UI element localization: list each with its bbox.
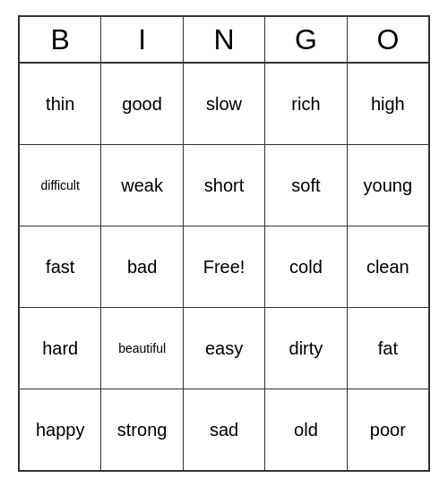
header-cell-o: O: [348, 17, 428, 62]
bingo-cell-4-0: happy: [20, 389, 101, 470]
bingo-cell-2-0: fast: [20, 226, 101, 307]
bingo-cell-0-1: good: [101, 64, 183, 144]
bingo-cell-1-4: young: [348, 145, 428, 226]
header-cell-b: B: [20, 17, 101, 62]
bingo-cell-3-0: hard: [20, 308, 101, 389]
bingo-cell-4-4: poor: [348, 389, 428, 470]
bingo-row-4: happystrongsadoldpoor: [20, 389, 428, 470]
header-cell-g: G: [265, 17, 347, 62]
bingo-body: thingoodslowrichhighdifficultweakshortso…: [20, 64, 428, 470]
bingo-cell-0-4: high: [348, 64, 428, 144]
bingo-cell-2-1: bad: [101, 226, 183, 307]
bingo-cell-4-2: sad: [184, 389, 265, 470]
bingo-cell-0-2: slow: [184, 64, 265, 144]
bingo-cell-2-2: Free!: [184, 226, 265, 307]
bingo-row-0: thingoodslowrichhigh: [20, 64, 428, 145]
header-cell-i: I: [101, 17, 183, 62]
bingo-cell-3-2: easy: [184, 308, 265, 389]
bingo-cell-1-0: difficult: [20, 145, 101, 226]
bingo-row-1: difficultweakshortsoftyoung: [20, 145, 428, 226]
bingo-cell-1-3: soft: [265, 145, 347, 226]
bingo-cell-1-2: short: [184, 145, 265, 226]
bingo-cell-3-1: beautiful: [101, 308, 183, 389]
bingo-cell-0-3: rich: [265, 64, 347, 144]
bingo-cell-3-3: dirty: [265, 308, 347, 389]
bingo-row-3: hardbeautifuleasydirtyfat: [20, 308, 428, 389]
header-cell-n: N: [184, 17, 265, 62]
bingo-header: BINGO: [20, 17, 428, 64]
bingo-cell-2-4: clean: [348, 226, 428, 307]
bingo-cell-1-1: weak: [101, 145, 183, 226]
bingo-cell-2-3: cold: [265, 226, 347, 307]
bingo-card: BINGO thingoodslowrichhighdifficultweaks…: [18, 15, 430, 472]
bingo-cell-0-0: thin: [20, 64, 101, 144]
bingo-cell-3-4: fat: [348, 308, 428, 389]
bingo-cell-4-3: old: [265, 389, 347, 470]
bingo-cell-4-1: strong: [101, 389, 183, 470]
bingo-row-2: fastbadFree!coldclean: [20, 226, 428, 308]
